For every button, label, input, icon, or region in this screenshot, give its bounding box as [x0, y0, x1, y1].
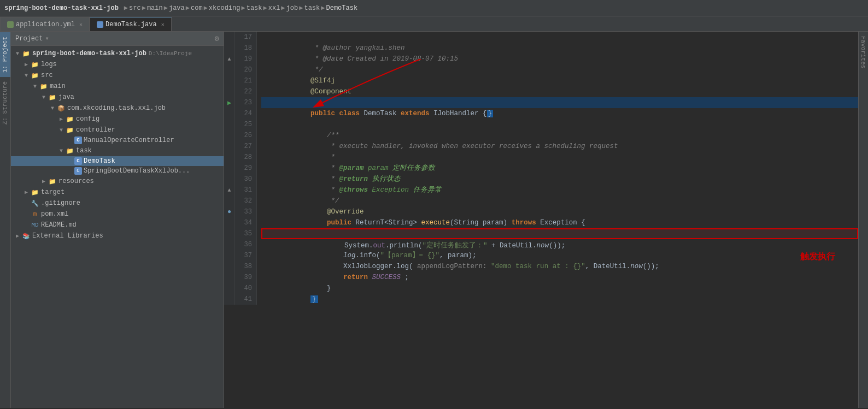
gutter-19: ▲ [224, 54, 234, 64]
line-num-41: 41 [239, 294, 252, 305]
tree-arrow-demo-task: ▶ [66, 158, 74, 164]
git-icon-gitignore: 🔧 [31, 199, 39, 208]
code-line-35: System.out.println("定时任务触发了：" + DateUtil… [261, 228, 858, 239]
sidebar-settings-icon[interactable]: ⚙ [215, 34, 219, 43]
breadcrumb-sep-7: ▶ [281, 4, 285, 12]
line-num-29: 29 [239, 163, 252, 174]
tree-label-controller: controller [76, 126, 115, 134]
top-bar: spring-boot-demo-task-xxl-job ▶ src ▶ ma… [0, 0, 868, 16]
folder-icon-main: 📁 [39, 82, 48, 91]
tree-item-resources[interactable]: ▶ 📁 resources [11, 176, 224, 187]
project-tree: ▼ 📁 spring-boot-demo-task-xxl-job D:\Ide… [11, 46, 224, 244]
breadcrumb-src: src [129, 4, 141, 12]
folder-icon-target: 📁 [31, 188, 39, 197]
line-num-26: 26 [239, 130, 252, 141]
tree-item-main[interactable]: ▼ 📁 main [11, 81, 224, 92]
tree-label-spring-boot-app: SpringBootDemoTaskXxlJob... [84, 167, 190, 175]
gutter-30 [224, 174, 234, 185]
tree-path-root: D:\IdeaProje [149, 50, 192, 57]
gutter-38 [224, 261, 234, 272]
structure-tab[interactable]: Z: Structure [0, 77, 10, 129]
favorites-tab[interactable]: Favorites [859, 32, 868, 73]
fold-icon-31[interactable]: ▲ [227, 187, 231, 193]
gutter-20 [224, 64, 234, 75]
code-line-30: * @throws Exception 任务异常 [261, 174, 858, 185]
code-content: ▲ ▶ ▲ ● [224, 32, 858, 305]
line-num-34: 34 [239, 217, 252, 228]
breadcrumb-sep-9: ▶ [321, 4, 325, 12]
gutter-23: ▶ [224, 97, 234, 108]
code-line-21: @Component [261, 75, 858, 86]
run-icon-33[interactable]: ● [227, 208, 231, 216]
tree-item-package[interactable]: ▼ 📦 com.xkcoding.task.xxl.job [11, 103, 224, 114]
code-line-20: @Slf4j [261, 64, 858, 75]
code-line-36: log.info("【param】= {}", param); [261, 239, 858, 250]
breadcrumb-java: java [169, 4, 185, 12]
fold-icon-19[interactable]: ▲ [227, 56, 231, 62]
gutter-22 [224, 86, 234, 97]
tree-label-java: java [58, 93, 74, 101]
tree-label-readme: README.md [41, 221, 77, 229]
run-icon-23[interactable]: ▶ [227, 99, 231, 107]
folder-icon-external-libs: 📚 [22, 232, 31, 240]
tree-arrow-readme: ▶ [22, 222, 31, 228]
code-line-23: public class DemoTask extends IJobHandle… [261, 97, 858, 108]
tree-arrow-controller: ▼ [57, 127, 66, 133]
tree-label-task-folder: task [76, 147, 92, 155]
tree-item-root[interactable]: ▼ 📁 spring-boot-demo-task-xxl-job D:\Ide… [11, 48, 224, 59]
line-num-32: 32 [239, 195, 252, 206]
tree-item-external-libs[interactable]: ▶ 📚 External Libraries [11, 230, 224, 241]
window-title: spring-boot-demo-task-xxl-job [4, 4, 119, 12]
line-num-39: 39 [239, 272, 252, 283]
code-line-22: @JobHandler("demoTask") [261, 86, 858, 97]
gutter-18 [224, 43, 234, 54]
line-num-40: 40 [239, 283, 252, 294]
tree-arrow-target: ▶ [22, 189, 31, 195]
gutter-27 [224, 141, 234, 152]
tab-demo-task-java[interactable]: DemoTask.java ✕ [90, 17, 172, 31]
sidebar-header: Project ▾ ⚙ [11, 32, 224, 46]
project-tab[interactable]: 1: Project [0, 32, 10, 77]
tree-label-package: com.xkcoding.task.xxl.job [67, 104, 166, 112]
tab-application-yml-close[interactable]: ✕ [79, 21, 83, 28]
code-line-37: XxlJobLogger.log( appendLogPattern: "dem… [261, 250, 858, 261]
code-editor[interactable]: ▲ ▶ ▲ ● [224, 32, 858, 408]
breadcrumb-xkcoding: xkcoding [209, 4, 241, 12]
tab-application-yml[interactable]: application.yml ✕ [0, 17, 90, 31]
code-line-29: * @return 执行状态 [261, 163, 858, 174]
tree-item-logs[interactable]: ▶ 📁 logs [11, 59, 224, 70]
gutter-40 [224, 283, 234, 294]
tree-item-target[interactable]: ▶ 📁 target [11, 187, 224, 198]
tree-item-spring-boot-app[interactable]: ▶ C SpringBootDemoTaskXxlJob... [11, 166, 224, 176]
gutter-41 [224, 294, 234, 305]
tree-item-src[interactable]: ▼ 📁 src [11, 70, 224, 81]
tab-demo-task-java-close[interactable]: ✕ [161, 21, 165, 28]
tree-item-task-folder[interactable]: ▼ 📁 task [11, 145, 224, 156]
sidebar-header-dropdown[interactable]: ▾ [45, 34, 49, 43]
tree-item-java[interactable]: ▼ 📁 java [11, 92, 224, 103]
line-num-31: 31 [239, 185, 252, 195]
tree-item-demo-task[interactable]: ▶ C DemoTask [11, 156, 224, 166]
breadcrumb-sep-6: ▶ [263, 4, 267, 12]
line-num-22: 22 [239, 86, 252, 97]
tree-item-gitignore[interactable]: ▶ 🔧 .gitignore [11, 198, 224, 209]
tree-arrow-task-folder: ▼ [57, 148, 66, 154]
tree-label-config: config [76, 115, 99, 123]
code-line-28: * @param param 定时任务参数 [261, 152, 858, 163]
tree-arrow-resources: ▶ [39, 178, 48, 185]
line-num-35: 35 [239, 228, 252, 239]
folder-icon-java: 📁 [48, 93, 57, 102]
tree-item-readme[interactable]: ▶ MD README.md [11, 220, 224, 230]
tree-item-pom[interactable]: ▶ m pom.xml [11, 209, 224, 220]
breadcrumb-com: com [191, 4, 203, 12]
code-line-40: } [261, 283, 858, 294]
tree-item-controller[interactable]: ▼ 📁 controller [11, 125, 224, 135]
breadcrumb-sep-5: ▶ [241, 4, 245, 12]
tree-label-src: src [41, 72, 53, 79]
line-num-27: 27 [239, 141, 252, 152]
gutter-24 [224, 108, 234, 119]
folder-icon-root: 📁 [22, 49, 31, 58]
tree-item-manual-controller[interactable]: ▶ C ManualOperateController [11, 135, 224, 145]
yml-tab-icon [7, 21, 14, 28]
tree-item-config[interactable]: ▶ 📁 config [11, 114, 224, 125]
